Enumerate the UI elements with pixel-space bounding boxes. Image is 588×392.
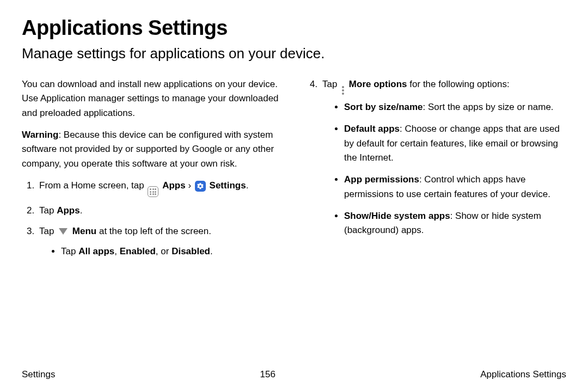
menu-triangle-icon	[59, 228, 68, 235]
steps-list-left: From a Home screen, tap Apps › Settings.…	[22, 179, 283, 259]
s3s-b2: Enabled	[120, 246, 156, 256]
step3-sub-item: Tap All apps, Enabled, or Disabled.	[61, 244, 283, 259]
opt2-b: Default apps	[344, 124, 400, 134]
option-show-hide: Show/Hide system apps: Show or hide syst…	[344, 209, 566, 238]
step2-end: .	[80, 205, 83, 216]
manual-page: Applications Settings Manage settings fo…	[0, 0, 588, 392]
page-subtitle: Manage settings for applications on your…	[22, 45, 566, 62]
step1-apps-label: Apps	[162, 180, 186, 191]
content-columns: You can download and install new applica…	[22, 77, 566, 266]
warning-label: Warning	[22, 130, 58, 140]
step1-settings-label: Settings	[210, 180, 246, 191]
step3-suffix: at the top left of the screen.	[96, 226, 211, 236]
s3s-b3: Disabled	[171, 246, 210, 256]
page-footer: Settings 156 Applications Settings	[22, 369, 566, 380]
step-3: Tap Menu at the top left of the screen. …	[37, 224, 283, 259]
settings-icon	[195, 181, 206, 192]
opt4-b: Show/Hide system apps	[344, 211, 450, 221]
right-column: Tap More options for the following optio…	[305, 77, 566, 266]
step4-suffix: for the following options:	[407, 79, 510, 89]
step-1: From a Home screen, tap Apps › Settings.	[37, 179, 283, 197]
opt3-b: App permissions	[344, 174, 419, 185]
step4-options-list: Sort by size/name: Sort the apps by size…	[322, 100, 566, 238]
s3s-b1: All apps	[78, 246, 114, 256]
step4-bold: More options	[346, 79, 407, 89]
warning-text: : Because this device can be configured …	[22, 130, 274, 169]
step2-bold: Apps	[57, 205, 80, 216]
step-4: Tap More options for the following optio…	[320, 77, 566, 238]
opt1-t: : Sort the apps by size or name.	[423, 102, 554, 112]
s3s-end: .	[210, 246, 213, 256]
footer-right: Applications Settings	[480, 369, 566, 380]
option-app-permissions: App permissions: Control which apps have…	[344, 173, 566, 201]
steps-list-right: Tap More options for the following optio…	[305, 77, 566, 238]
left-column: You can download and install new applica…	[22, 77, 283, 266]
footer-page-number: 156	[260, 369, 275, 380]
option-sort: Sort by size/name: Sort the apps by size…	[344, 100, 566, 114]
warning-paragraph: Warning: Because this device can be conf…	[22, 128, 283, 171]
opt1-b: Sort by size/name	[344, 102, 423, 112]
s3s-s2: , or	[156, 246, 171, 256]
s3s-s1: ,	[114, 246, 119, 256]
step3-prefix: Tap	[39, 226, 57, 236]
step1-sep: ›	[188, 180, 193, 191]
page-title: Applications Settings	[22, 16, 566, 40]
step3-bold: Menu	[70, 226, 96, 236]
more-options-icon	[342, 86, 344, 95]
step1-prefix: From a Home screen, tap	[39, 180, 146, 191]
option-default-apps: Default apps: Choose or change apps that…	[344, 122, 566, 165]
step3-sublist: Tap All apps, Enabled, or Disabled.	[39, 244, 283, 259]
step4-prefix: Tap	[322, 79, 340, 89]
intro-paragraph: You can download and install new applica…	[22, 77, 283, 120]
step-2: Tap Apps.	[37, 204, 283, 218]
footer-left: Settings	[22, 369, 55, 380]
s3s-prefix: Tap	[61, 246, 78, 256]
apps-icon	[148, 186, 158, 197]
step1-end: .	[246, 180, 249, 191]
step2-prefix: Tap	[39, 205, 57, 216]
